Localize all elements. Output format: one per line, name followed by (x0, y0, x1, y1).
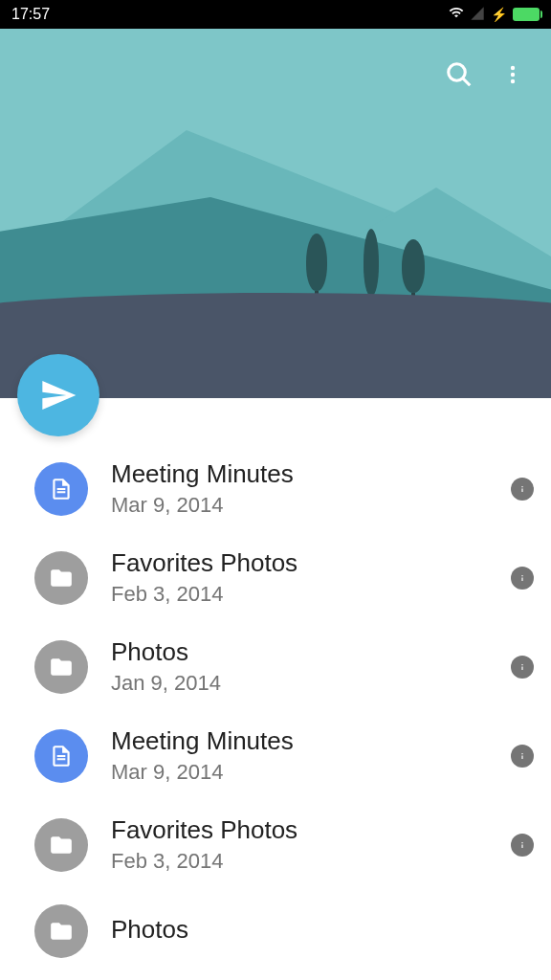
list-item[interactable]: Photos Jan 9, 2014 (0, 622, 551, 711)
item-date: Mar 9, 2014 (111, 493, 488, 518)
info-button[interactable] (511, 656, 534, 679)
list-item[interactable]: Favorites Photos Feb 3, 2014 (0, 533, 551, 622)
item-title: Photos (111, 915, 534, 945)
info-button[interactable] (511, 745, 534, 768)
document-icon (34, 729, 88, 783)
item-text: Photos (111, 915, 534, 948)
status-bar: 17:57 ⚡ (0, 0, 551, 29)
svg-point-4 (511, 79, 515, 83)
svg-point-3 (511, 73, 515, 77)
item-text: Meeting Minutes Mar 9, 2014 (111, 726, 488, 785)
search-button[interactable] (436, 52, 482, 98)
item-title: Meeting Minutes (111, 726, 488, 756)
info-button[interactable] (511, 478, 534, 501)
folder-icon (34, 551, 88, 605)
info-button[interactable] (511, 567, 534, 590)
item-date: Jan 9, 2014 (111, 671, 488, 696)
folder-icon (34, 818, 88, 872)
item-date: Feb 3, 2014 (111, 582, 488, 607)
list-item[interactable]: Meeting Minutes Mar 9, 2014 (0, 444, 551, 533)
svg-point-2 (511, 66, 515, 70)
item-title: Photos (111, 637, 488, 667)
folder-icon (34, 640, 88, 694)
list-item[interactable]: Favorites Photos Feb 3, 2014 (0, 800, 551, 889)
list-item[interactable]: Photos (0, 889, 551, 973)
signal-icon (470, 6, 485, 24)
send-fab[interactable] (17, 354, 99, 436)
charging-icon: ⚡ (491, 7, 507, 22)
item-title: Favorites Photos (111, 548, 488, 578)
item-date: Feb 3, 2014 (111, 849, 488, 874)
document-icon (34, 462, 88, 516)
wifi-icon (449, 5, 464, 24)
more-menu-button[interactable] (490, 52, 536, 98)
item-title: Favorites Photos (111, 815, 488, 845)
header-banner (0, 29, 551, 398)
folder-icon (34, 904, 88, 958)
item-text: Favorites Photos Feb 3, 2014 (111, 815, 488, 874)
status-icons: ⚡ (449, 5, 540, 24)
item-date: Mar 9, 2014 (111, 760, 488, 785)
toolbar (421, 40, 551, 109)
file-list: Meeting Minutes Mar 9, 2014 Favorites Ph… (0, 398, 551, 973)
status-time: 17:57 (11, 6, 50, 23)
info-button[interactable] (511, 834, 534, 857)
svg-line-1 (463, 78, 471, 86)
svg-point-0 (449, 64, 466, 81)
battery-icon (513, 8, 540, 21)
item-text: Photos Jan 9, 2014 (111, 637, 488, 696)
list-item[interactable]: Meeting Minutes Mar 9, 2014 (0, 711, 551, 800)
item-text: Meeting Minutes Mar 9, 2014 (111, 459, 488, 518)
item-title: Meeting Minutes (111, 459, 488, 489)
item-text: Favorites Photos Feb 3, 2014 (111, 548, 488, 607)
